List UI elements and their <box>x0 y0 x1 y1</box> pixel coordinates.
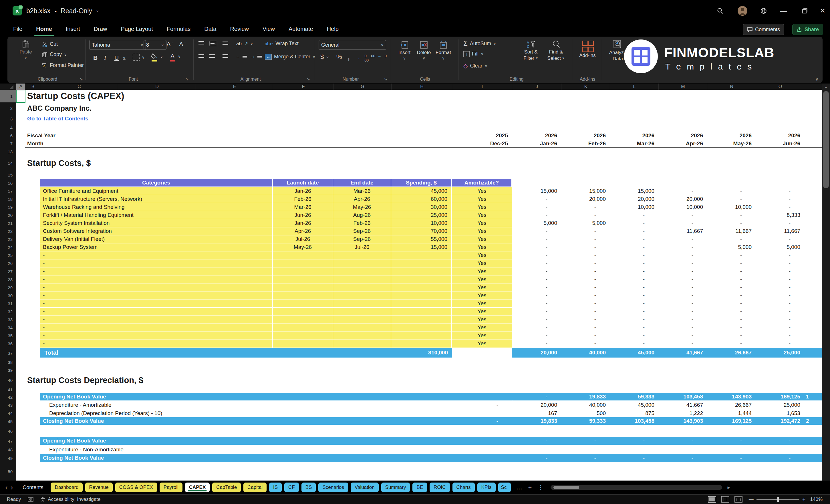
cell-monthly[interactable]: 10,000 <box>707 203 756 211</box>
row-header-31[interactable]: 31 <box>0 300 16 308</box>
sheet-tab-sc[interactable]: Sc <box>498 482 511 492</box>
cell-category[interactable]: - <box>40 283 272 291</box>
row-header-21[interactable]: 21 <box>0 219 16 227</box>
delete-cells-button[interactable]: Delete∨ <box>415 41 433 60</box>
cell-monthly[interactable]: - <box>561 211 610 219</box>
expenditure-non-amortizable-label[interactable]: Expenditure - Non-Amortizable <box>49 445 278 454</box>
cell-monthly[interactable]: - <box>512 283 561 291</box>
cell-monthly[interactable]: - <box>512 203 561 211</box>
cell-category[interactable]: Initial IT Infrastructure (Servers, Netw… <box>40 195 272 203</box>
cell-monthly[interactable]: - <box>512 324 561 332</box>
menu-tab-review[interactable]: Review <box>229 25 249 33</box>
row-header-27[interactable]: 27 <box>0 267 16 276</box>
cell-monthly[interactable]: 11,667 <box>707 227 756 235</box>
cell-monthly[interactable]: - <box>610 332 659 340</box>
row-header-3[interactable]: 3 <box>0 114 16 124</box>
column-header-D[interactable]: D <box>118 84 196 90</box>
font-dialog-launcher[interactable]: ↘ <box>185 77 189 81</box>
horizontal-scroll-thumb[interactable] <box>553 486 579 489</box>
cell-monthly[interactable]: 5,000 <box>756 244 804 251</box>
cell-monthly[interactable]: - <box>756 203 804 211</box>
cell-monthly[interactable]: - <box>707 324 756 332</box>
align-right-icon[interactable] <box>223 54 228 58</box>
cell-monthly[interactable]: - <box>610 276 659 283</box>
cell-monthly[interactable]: 11,667 <box>756 227 804 235</box>
align-middle-icon[interactable] <box>210 41 217 46</box>
increase-decimal-button[interactable]: ←.0.00 <box>357 54 369 62</box>
cell-end-date[interactable] <box>333 300 391 307</box>
cell-end-date[interactable]: Aug-26 <box>333 211 391 219</box>
cell-monthly[interactable]: - <box>707 291 756 299</box>
cell-category[interactable]: - <box>40 308 272 315</box>
cell-spending[interactable]: 60,000 <box>391 195 451 203</box>
format-cells-button[interactable]: Format∨ <box>434 41 452 60</box>
expenditure-amortizable-monthly[interactable]: 26,667 <box>707 401 756 409</box>
cell-spending[interactable]: 45,000 <box>391 187 451 195</box>
cell-monthly[interactable]: - <box>756 332 804 340</box>
column-header-L[interactable]: L <box>610 84 659 90</box>
row-header-14[interactable]: 14 <box>0 156 16 170</box>
comma-style-button[interactable]: , <box>348 53 350 61</box>
font-size-select[interactable]: 8∨ <box>143 40 166 50</box>
row-header-47[interactable]: 47 <box>0 437 16 445</box>
cell-monthly[interactable]: 5,000 <box>561 219 610 227</box>
cell-spending[interactable]: 10,000 <box>391 219 451 227</box>
cell-launch-date[interactable] <box>273 251 332 259</box>
horizontal-scrollbar[interactable] <box>550 485 722 490</box>
cell-monthly[interactable]: - <box>707 300 756 307</box>
clipboard-dialog-launcher[interactable]: ↘ <box>79 77 83 81</box>
cell-monthly[interactable]: - <box>756 276 804 283</box>
menu-tab-formulas[interactable]: Formulas <box>166 25 191 33</box>
format-painter-button[interactable]: Format Painter <box>42 62 84 68</box>
cell-launch-date[interactable] <box>273 300 332 307</box>
cell-amortizable[interactable]: Yes <box>452 211 512 219</box>
zoom-slider[interactable] <box>757 499 799 500</box>
cell-monthly[interactable]: - <box>756 187 804 195</box>
cell-monthly[interactable]: - <box>561 203 610 211</box>
depreciation-monthly[interactable]: 500 <box>561 409 610 417</box>
sheet-tab-valuation[interactable]: Valuation <box>351 482 379 492</box>
cell-monthly[interactable]: - <box>659 276 707 283</box>
align-center-icon[interactable] <box>210 54 215 58</box>
orientation-button[interactable]: ab↗∨ <box>236 41 253 46</box>
cell-monthly[interactable]: - <box>659 211 707 219</box>
column-header-O[interactable]: O <box>756 84 804 90</box>
sheet-tab-kpis[interactable]: KPIs <box>477 482 496 492</box>
cell-amortizable[interactable]: Yes <box>452 235 512 243</box>
cell-launch-date[interactable]: Jan-26 <box>273 187 332 195</box>
cell-end-date[interactable] <box>333 316 391 323</box>
cell-monthly[interactable]: - <box>610 251 659 259</box>
cell-monthly[interactable]: - <box>561 300 610 307</box>
row-header-36[interactable]: 36 <box>0 340 16 348</box>
cell-monthly[interactable]: - <box>756 300 804 307</box>
cell-end-date[interactable] <box>333 308 391 315</box>
cell-monthly[interactable]: - <box>707 235 756 243</box>
cell-category[interactable]: - <box>40 324 272 332</box>
cell-category[interactable]: Delivery Van (Initial Fleet) <box>40 235 272 243</box>
add-sheet-button[interactable]: + <box>528 484 532 491</box>
cell-monthly[interactable]: - <box>610 235 659 243</box>
cell-monthly[interactable]: - <box>561 291 610 299</box>
cell-monthly[interactable]: - <box>561 276 610 283</box>
row-header-34[interactable]: 34 <box>0 324 16 332</box>
cell-monthly[interactable]: - <box>512 195 561 203</box>
cell-spending[interactable]: 55,000 <box>391 235 451 243</box>
cell-amortizable[interactable]: Yes <box>452 324 512 332</box>
menu-tab-automate[interactable]: Automate <box>288 25 314 33</box>
expenditure-amortizable-monthly[interactable]: 41,667 <box>659 401 707 409</box>
cell-monthly[interactable]: - <box>561 251 610 259</box>
row-headers[interactable]: 1234671314151617181920212223242526272829… <box>0 90 16 480</box>
menu-tab-data[interactable]: Data <box>204 25 217 33</box>
cell-monthly[interactable]: - <box>659 219 707 227</box>
row-header-16[interactable]: 16 <box>0 179 16 187</box>
cell-amortizable[interactable]: Yes <box>452 291 512 299</box>
row-header-37[interactable]: 37 <box>0 348 16 358</box>
column-header-M[interactable]: M <box>659 84 707 90</box>
find-select-button[interactable]: Find & Select∨ <box>544 40 568 61</box>
cell-launch-date[interactable]: Feb-26 <box>273 195 332 203</box>
cell-spending[interactable]: 30,000 <box>391 203 451 211</box>
cell-monthly[interactable]: - <box>707 332 756 340</box>
cell-launch-date[interactable]: May-26 <box>273 244 332 251</box>
cell-spending[interactable] <box>391 340 451 348</box>
column-header-J[interactable]: J <box>512 84 562 90</box>
